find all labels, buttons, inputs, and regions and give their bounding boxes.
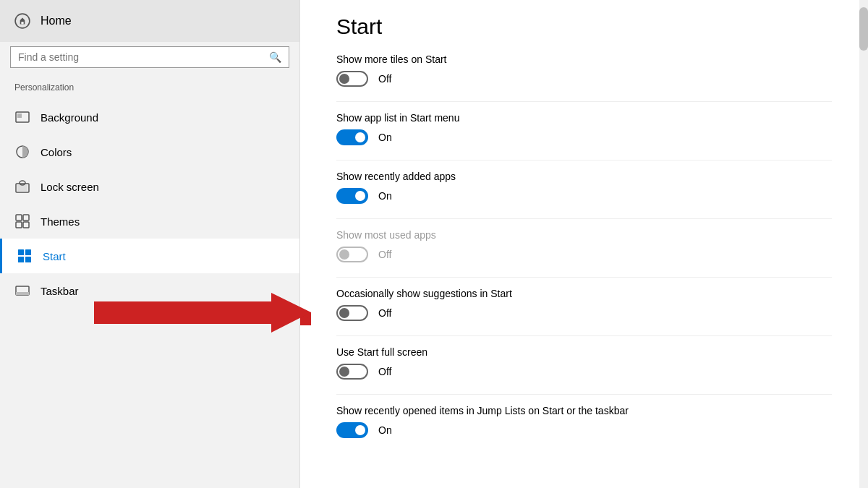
home-icon: [14, 13, 30, 29]
svg-rect-10: [16, 222, 22, 228]
toggle-row-show-recently-added: On: [336, 188, 832, 204]
setting-label-show-suggestions: Occasionally show suggestions in Start: [336, 288, 832, 299]
sidebar-item-lock-screen[interactable]: Lock screen: [0, 169, 299, 204]
toggle-state-show-more-tiles: Off: [378, 73, 391, 85]
divider-1: [336, 101, 832, 102]
lock-screen-icon: [14, 179, 30, 194]
search-input[interactable]: [18, 51, 269, 63]
toggle-row-use-full-screen: Off: [336, 364, 832, 380]
setting-label-show-more-tiles: Show more tiles on Start: [336, 53, 832, 65]
divider-4: [336, 277, 832, 278]
toggle-state-show-most-used: Off: [378, 249, 391, 260]
toggle-row-show-more-tiles: Off: [336, 71, 832, 87]
toggle-show-suggestions[interactable]: [336, 305, 368, 321]
sidebar-item-themes[interactable]: Themes: [0, 204, 299, 239]
setting-label-show-jump-lists: Show recently opened items in Jump Lists…: [336, 405, 832, 416]
svg-rect-8: [16, 215, 22, 221]
taskbar-icon: [14, 283, 30, 299]
toggle-thumb-show-app-list: [355, 132, 365, 142]
svg-rect-14: [18, 257, 24, 262]
setting-show-most-used: Show most used apps Off: [336, 229, 832, 262]
toggle-show-more-tiles[interactable]: [336, 71, 368, 87]
setting-show-suggestions: Occasionally show suggestions in Start O…: [336, 288, 832, 321]
themes-icon: [14, 213, 30, 229]
toggle-row-show-app-list: On: [336, 129, 832, 145]
setting-label-show-most-used: Show most used apps: [336, 229, 832, 241]
svg-rect-1: [21, 22, 23, 24]
toggle-thumb-show-more-tiles: [339, 74, 349, 84]
sidebar-item-start[interactable]: Start: [0, 239, 299, 273]
toggle-thumb-use-full-screen: [339, 367, 349, 377]
svg-rect-15: [25, 257, 31, 262]
start-icon: [17, 248, 33, 264]
setting-label-use-full-screen: Use Start full screen: [336, 346, 832, 358]
toggle-use-full-screen[interactable]: [336, 364, 368, 380]
svg-rect-11: [23, 222, 29, 228]
setting-show-more-tiles: Show more tiles on Start Off: [336, 53, 832, 87]
divider-5: [336, 335, 832, 336]
toggle-row-show-most-used: Off: [336, 247, 832, 262]
colors-icon: [14, 144, 30, 160]
page-title: Start: [336, 14, 832, 39]
svg-rect-13: [25, 249, 31, 255]
toggle-row-show-suggestions: Off: [336, 305, 832, 321]
sidebar-item-taskbar-label: Taskbar: [41, 285, 79, 297]
toggle-state-show-suggestions: Off: [378, 307, 391, 319]
svg-rect-12: [18, 249, 24, 255]
scrollbar-thumb[interactable]: [859, 7, 868, 51]
toggle-row-show-jump-lists: On: [336, 422, 832, 438]
toggle-state-use-full-screen: Off: [378, 366, 391, 377]
sidebar: Home 🔍 Personalization Background Colors…: [0, 0, 300, 488]
svg-rect-7: [20, 181, 25, 185]
toggle-state-show-recently-added: On: [378, 190, 392, 202]
toggle-thumb-show-recently-added: [355, 191, 365, 201]
sidebar-item-themes-label: Themes: [41, 215, 80, 228]
setting-use-full-screen: Use Start full screen Off: [336, 346, 832, 380]
svg-rect-9: [23, 215, 29, 221]
toggle-state-show-app-list: On: [378, 132, 392, 143]
main-content: Start Show more tiles on Start Off Show …: [300, 0, 868, 488]
home-label: Home: [41, 14, 72, 27]
home-nav-item[interactable]: Home: [0, 0, 299, 42]
sidebar-item-start-label: Start: [43, 250, 66, 262]
toggle-thumb-show-suggestions: [339, 308, 349, 318]
search-box[interactable]: 🔍: [10, 46, 289, 68]
divider-2: [336, 160, 832, 160]
toggle-show-jump-lists[interactable]: [336, 422, 368, 438]
svg-rect-6: [17, 185, 27, 191]
setting-show-jump-lists: Show recently opened items in Jump Lists…: [336, 405, 832, 438]
sidebar-item-background-label: Background: [41, 111, 98, 124]
sidebar-item-taskbar[interactable]: Taskbar: [0, 273, 299, 308]
setting-show-recently-added: Show recently added apps On: [336, 171, 832, 204]
toggle-thumb-show-most-used: [339, 249, 349, 260]
sidebar-item-background[interactable]: Background: [0, 100, 299, 134]
divider-6: [336, 394, 832, 395]
toggle-show-recently-added[interactable]: [336, 188, 368, 204]
toggle-show-most-used[interactable]: [336, 247, 368, 262]
svg-rect-3: [17, 114, 22, 118]
toggle-state-show-jump-lists: On: [378, 424, 392, 436]
toggle-show-app-list[interactable]: [336, 129, 368, 145]
sidebar-item-lock-screen-label: Lock screen: [41, 181, 99, 193]
search-icon[interactable]: 🔍: [269, 51, 281, 63]
toggle-thumb-show-jump-lists: [355, 425, 365, 435]
arrow-annotation: [300, 301, 322, 340]
background-icon: [14, 109, 30, 125]
setting-label-show-recently-added: Show recently added apps: [336, 171, 832, 182]
setting-show-app-list: Show app list in Start menu On: [336, 112, 832, 145]
svg-rect-17: [16, 292, 29, 295]
section-label: Personalization: [0, 82, 299, 100]
sidebar-item-colors-label: Colors: [41, 146, 72, 158]
scrollbar-track: [859, 0, 868, 488]
setting-label-show-app-list: Show app list in Start menu: [336, 112, 832, 124]
sidebar-item-colors[interactable]: Colors: [0, 134, 299, 169]
divider-3: [336, 218, 832, 219]
